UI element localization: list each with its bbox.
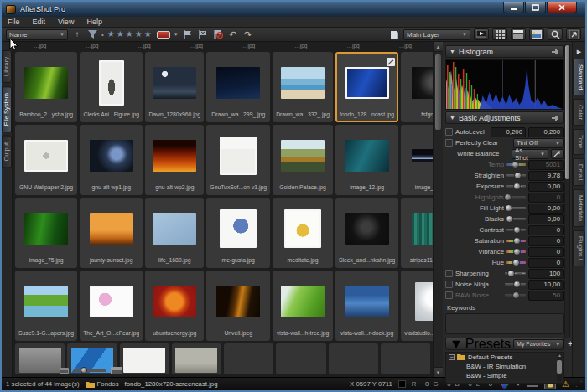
grid-item[interactable]: image_12.jpg — [335, 125, 398, 195]
preset-item[interactable]: Bleach Bypass — [446, 380, 563, 384]
scroll-up-icon[interactable]: ▲ — [558, 353, 562, 358]
slider-thumb[interactable] — [507, 270, 515, 277]
grid-item[interactable]: jaunty-sunset.jpg — [80, 198, 143, 268]
menu-item-help[interactable]: Help — [86, 18, 102, 26]
slider-vibrance[interactable] — [506, 248, 526, 255]
grid-item[interactable]: GnuTuxSof...on-v1.jpg — [206, 125, 270, 195]
menu-item-file[interactable]: File — [8, 18, 20, 26]
color-label-swatch[interactable] — [157, 31, 170, 39]
slider-blacks[interactable] — [506, 215, 526, 223]
slider-thumb[interactable] — [506, 215, 513, 223]
large-thumbnail-icon[interactable] — [111, 366, 122, 375]
scroll-down-icon[interactable]: ▼ — [434, 367, 443, 377]
slider-thumb[interactable] — [513, 248, 521, 255]
slider-thumb[interactable] — [513, 183, 521, 190]
slider-raw-noise[interactable] — [505, 291, 526, 299]
value-box[interactable]: 0,00 — [528, 214, 564, 224]
tab-color[interactable]: Color — [573, 99, 585, 126]
slider-thumb[interactable] — [512, 161, 519, 168]
grid-item[interactable]: vista-wall...r-dock.jpg — [335, 271, 398, 341]
grid-item[interactable]: Suse9.1-G...apers.jpg — [15, 271, 77, 341]
grid-item[interactable]: vladstudio...0x1024.jpg — [401, 271, 433, 341]
thumbnail-size-slider[interactable] — [73, 369, 106, 372]
flag-pick-icon[interactable] — [182, 29, 194, 40]
tab-detail[interactable]: Detail — [573, 158, 585, 186]
magnifier-icon[interactable] — [548, 28, 563, 40]
checkbox[interactable] — [445, 291, 453, 299]
keywords-input[interactable] — [445, 313, 564, 334]
tab-metadata[interactable]: Metadata — [573, 189, 585, 227]
value-box[interactable]: 0,00 — [528, 182, 564, 192]
scroll-up-icon[interactable]: ▲ — [434, 42, 443, 52]
maximize-button[interactable] — [525, 2, 546, 13]
grid-scrollbar-thumb[interactable] — [434, 54, 442, 131]
slider-thumb[interactable] — [513, 237, 521, 245]
grid-item[interactable]: Sleek_and...nkahn.jpg — [335, 198, 398, 268]
image-view-button[interactable] — [529, 28, 544, 40]
grid-item[interactable]: me-gusta.jpg — [206, 198, 270, 268]
panel-scrollbar[interactable] — [564, 44, 570, 338]
layer-select[interactable]: Main Layer▼ — [403, 29, 470, 40]
value-box[interactable]: 5001 — [528, 160, 564, 170]
grid-item[interactable]: GNU Wallpaper 2.jpg — [15, 125, 77, 195]
browse-view-button[interactable] — [511, 28, 526, 40]
slider-thumb[interactable] — [514, 172, 522, 179]
menu-item-view[interactable]: View — [58, 18, 74, 26]
value-box[interactable]: 10,00 — [528, 280, 564, 290]
pin-icon[interactable] — [552, 49, 559, 55]
slider-thumb[interactable] — [504, 193, 512, 201]
slider-straighten[interactable] — [506, 172, 526, 179]
grid-item-partial[interactable] — [15, 343, 65, 374]
flag-clear-icon[interactable] — [212, 29, 224, 40]
grid-item[interactable]: fsfgnu.jpg — [401, 52, 433, 122]
collapse-triangle-icon[interactable]: ▼ — [449, 115, 455, 121]
presets-scrollbar[interactable] — [557, 353, 562, 382]
resize-grip[interactable]: ⋰ — [575, 380, 581, 388]
rotate-right-icon[interactable]: ↷ — [242, 29, 254, 40]
value-box[interactable]: 0 — [528, 225, 564, 235]
presets-favorites-select[interactable]: My Favorites▼ — [513, 339, 564, 348]
checkbox[interactable] — [445, 128, 453, 136]
close-button[interactable] — [547, 2, 577, 13]
grid-item[interactable]: meditate.jpg — [273, 198, 333, 268]
grid-item[interactable]: fondo_128...ncast.jpg — [335, 52, 398, 122]
grid-item-partial[interactable] — [120, 343, 169, 374]
panel-collapse-icon[interactable]: ▶ — [573, 49, 585, 55]
grid-item[interactable]: Bamboo_2...ysha.jpg — [15, 52, 77, 122]
star-rating-filter[interactable]: ★★★★★ — [107, 30, 153, 39]
slider-thumb[interactable] — [512, 291, 520, 299]
grid-item[interactable]: The_Art_O...eFear.jpg — [80, 271, 143, 341]
preset-item[interactable]: −Default Presets — [446, 353, 563, 362]
thumbnail-size-slider-thumb[interactable] — [81, 367, 87, 374]
grid-item[interactable]: image_138.jpg — [401, 125, 433, 195]
slider-exposure[interactable] — [506, 183, 526, 190]
color-label-chevron-icon[interactable]: ▼ — [174, 32, 179, 37]
slider-fill-light[interactable] — [506, 204, 526, 212]
slider-hue[interactable] — [506, 259, 526, 266]
slider-saturation[interactable] — [506, 237, 526, 245]
slider-noise-ninja[interactable] — [505, 281, 526, 288]
white-balance-select[interactable]: As Shot▼ — [512, 149, 548, 159]
tab-standard[interactable]: Standard — [573, 59, 585, 95]
presets-scrollbar-thumb[interactable] — [557, 360, 562, 374]
grid-item[interactable]: life_1680.jpg — [145, 198, 204, 268]
grid-item-partial[interactable] — [172, 343, 221, 374]
preset-item[interactable]: B&W - Simple — [446, 371, 563, 380]
slider-thumb[interactable] — [505, 204, 512, 212]
checkbox[interactable] — [445, 281, 453, 288]
pin-icon[interactable] — [552, 115, 559, 121]
layers-icon[interactable] — [388, 29, 400, 40]
grid-item[interactable]: image_75.jpg — [15, 198, 77, 268]
fullscreen-icon[interactable] — [566, 28, 581, 40]
value-box[interactable]: 0,00 — [528, 204, 564, 214]
collapse-triangle-icon[interactable]: ▼ — [449, 337, 463, 352]
grid-item[interactable]: Drawn_wa...299_.jpg — [206, 52, 270, 122]
filter-icon[interactable] — [86, 29, 98, 40]
slideshow-button[interactable] — [474, 28, 489, 40]
grid-item[interactable]: Golden Palace.jpg — [273, 125, 333, 195]
tab-tone[interactable]: Tone — [573, 129, 585, 154]
minimize-button[interactable] — [503, 2, 524, 13]
checkbox[interactable] — [445, 270, 453, 277]
sort-ascending-icon[interactable]: ↑ — [71, 29, 83, 40]
value-box[interactable]: 50 — [528, 291, 564, 301]
